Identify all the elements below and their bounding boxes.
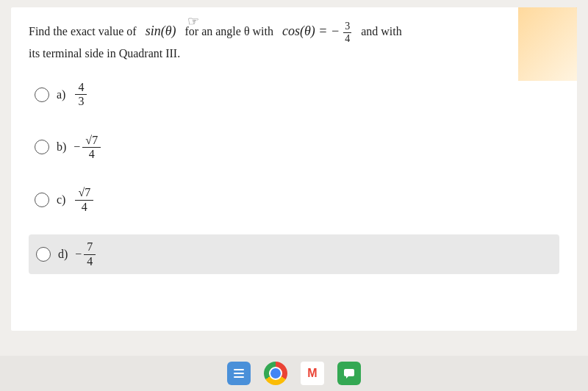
option-d[interactable]: d) − 7 4 ☞ xyxy=(29,234,559,274)
cos-denominator: 4 xyxy=(343,33,351,44)
taskbar-chrome-icon[interactable] xyxy=(264,362,287,385)
option-a[interactable]: a) 4 3 xyxy=(29,76,559,113)
label-c: c) xyxy=(57,193,65,207)
fraction-c-num: √7 xyxy=(75,186,93,200)
radio-a[interactable] xyxy=(35,87,49,102)
cos-expression: cos(θ) = − xyxy=(282,24,340,38)
fraction-d-den: 4 xyxy=(84,255,96,268)
question-middle: for an angle θ with xyxy=(184,25,273,37)
fraction-b-den: 4 xyxy=(86,148,98,161)
svg-rect-0 xyxy=(234,369,244,370)
sign-b: − xyxy=(74,140,80,154)
svg-rect-1 xyxy=(234,373,244,374)
label-a: a) xyxy=(57,88,65,101)
fraction-a-num: 4 xyxy=(75,81,87,95)
taskbar-messages-icon[interactable] xyxy=(337,362,361,385)
radio-c[interactable] xyxy=(35,193,49,207)
fraction-d-num: 7 xyxy=(84,240,96,254)
svg-marker-4 xyxy=(346,376,348,379)
fraction-d: 7 4 xyxy=(84,240,96,268)
question-suffix-terminal: its terminal side in Quadrant III. xyxy=(29,47,180,60)
fraction-a-den: 3 xyxy=(75,95,87,108)
radio-b[interactable] xyxy=(35,140,49,154)
sign-d: − xyxy=(75,248,82,261)
sqrt-b: √7 xyxy=(85,134,98,146)
radio-d[interactable] xyxy=(36,247,51,262)
fraction-b-num: √7 xyxy=(82,134,101,148)
svg-rect-3 xyxy=(344,369,354,376)
taskbar: M xyxy=(0,356,588,391)
option-c[interactable]: c) √7 4 xyxy=(29,182,559,218)
fraction-a: 4 3 xyxy=(75,81,87,109)
fraction-b: √7 4 xyxy=(82,134,101,162)
fraction-c: √7 4 xyxy=(75,186,93,214)
cos-fraction: 3 4 xyxy=(343,21,351,44)
sin-function: sin(θ) xyxy=(146,24,176,38)
option-b[interactable]: b) − √7 4 xyxy=(29,129,559,166)
question-suffix-andwith: and with xyxy=(361,25,402,37)
question-prefix: Find the exact value of xyxy=(29,25,137,37)
cos-numerator: 3 xyxy=(343,21,351,32)
options-list: a) 4 3 b) − √7 4 c) xyxy=(29,76,559,274)
question-block: Find the exact value of sin(θ) for an an… xyxy=(29,21,559,63)
svg-rect-2 xyxy=(234,376,244,378)
label-b: b) xyxy=(57,140,66,154)
label-d: d) xyxy=(58,248,68,261)
taskbar-files-icon[interactable] xyxy=(227,362,251,385)
taskbar-gmail-icon[interactable]: M xyxy=(301,362,324,385)
main-content: Find the exact value of sin(θ) for an an… xyxy=(11,7,577,331)
fraction-c-den: 4 xyxy=(79,201,90,214)
